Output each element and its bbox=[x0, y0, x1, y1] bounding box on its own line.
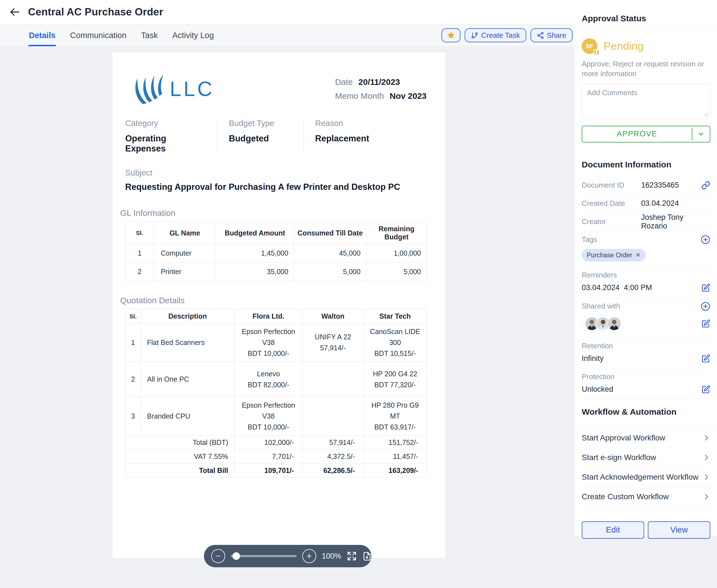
create-task-button[interactable]: Create Task bbox=[465, 28, 526, 42]
document-id-label: Document ID bbox=[582, 181, 641, 190]
workflow-item-label: Start e-sign Workflow bbox=[582, 453, 656, 462]
gl-row: 1 Computer 1,45,000 45,000 1,00,000 bbox=[125, 244, 427, 262]
retention-label: Retention bbox=[582, 342, 613, 350]
sidebar-footer: Edit View bbox=[582, 521, 710, 539]
create-custom-workflow[interactable]: Create Custom Workflow bbox=[582, 487, 710, 507]
protection-value: Unlocked bbox=[582, 385, 613, 394]
tags-label: Tags bbox=[582, 235, 597, 244]
meta-budget-type: Budget Type Budgeted bbox=[217, 119, 303, 154]
shared-avatars[interactable] bbox=[582, 315, 624, 332]
retention-block: Retention Infinity bbox=[582, 338, 710, 369]
created-date-row: Created Date 03.04.2024 bbox=[582, 195, 710, 213]
add-tag-icon[interactable] bbox=[701, 235, 710, 245]
tag-remove-icon[interactable]: ✕ bbox=[635, 252, 640, 258]
approve-label: APPROVE bbox=[582, 126, 692, 142]
zoom-out-button[interactable] bbox=[211, 549, 225, 563]
quotation-section-title: Quotation Details bbox=[120, 296, 433, 305]
link-icon[interactable] bbox=[701, 181, 710, 190]
viewer-toolbar: 100% bbox=[204, 545, 371, 567]
page-title: Central AC Purchase Order bbox=[28, 6, 163, 18]
gl-section-title: GL Information bbox=[120, 208, 433, 218]
status-badge: Pending bbox=[603, 40, 643, 52]
quotation-bill-row: Total Bill 109,701/- 62,286.5/- 163,209/… bbox=[125, 463, 427, 477]
resize-handle[interactable] bbox=[703, 112, 708, 117]
add-shared-icon[interactable] bbox=[701, 301, 710, 311]
approval-status-title: Approval Status bbox=[582, 7, 710, 23]
star-icon bbox=[447, 31, 455, 40]
tag-label: Purchase Order bbox=[587, 251, 632, 259]
workflow-title: Workflow & Automation bbox=[582, 407, 710, 421]
document-dates: Date 20/11/2023 Memo Month Nov 2023 bbox=[335, 77, 427, 105]
tab-activity-log[interactable]: Activity Log bbox=[172, 24, 214, 46]
back-arrow-icon[interactable] bbox=[8, 6, 21, 18]
minus-circle-icon bbox=[215, 553, 221, 559]
start-acknowledgement-workflow[interactable]: Start Acknowledgement Workflow bbox=[582, 468, 710, 487]
subject-label: Subject bbox=[125, 168, 433, 177]
creator-row: Creator Joshep Tony Rozario bbox=[582, 213, 710, 231]
approve-button[interactable]: APPROVE bbox=[582, 126, 710, 143]
tag-chip[interactable]: Purchase Order ✕ bbox=[582, 249, 646, 261]
workflow-item-label: Start Approval Workflow bbox=[582, 434, 665, 442]
quotation-row: 1 Flat Bed Scanners Epson Perfection V38… bbox=[125, 323, 427, 362]
document-preview: LLC Date 20/11/2023 Memo Month Nov 2023 … bbox=[112, 52, 445, 558]
avatar bbox=[607, 317, 621, 331]
tab-task[interactable]: Task bbox=[141, 24, 158, 46]
right-sidebar: Approval Status SF Pending Approve, Reje… bbox=[575, 0, 717, 536]
creator-label: Creator bbox=[582, 217, 641, 226]
logo-text: LLC bbox=[170, 77, 214, 101]
tab-details[interactable]: Details bbox=[29, 24, 56, 46]
meta-reason: Reason Replacement bbox=[303, 119, 377, 154]
share-label: Share bbox=[547, 31, 566, 40]
chevron-down-icon bbox=[697, 130, 705, 138]
document-information-title: Document Information bbox=[582, 160, 710, 169]
gl-table: Sl. GL Name Budgeted Amount Consumed Til… bbox=[125, 222, 427, 281]
edit-reminder-icon[interactable] bbox=[701, 284, 710, 292]
logo-swoosh-icon bbox=[135, 72, 168, 105]
edit-protection-icon[interactable] bbox=[701, 385, 710, 394]
view-button[interactable]: View bbox=[648, 521, 710, 539]
start-approval-workflow[interactable]: Start Approval Workflow bbox=[582, 428, 710, 448]
approval-description: Approve, Reject or request revision or m… bbox=[582, 59, 710, 79]
creator-value: Joshep Tony Rozario bbox=[641, 213, 710, 230]
zoom-in-button[interactable] bbox=[302, 549, 316, 563]
subject-value: Requesting Approval for Purchasing A few… bbox=[125, 182, 433, 192]
created-date-value: 03.04.2024 bbox=[641, 199, 679, 208]
reminder-value: 03.04.2024 4:00 PM bbox=[582, 284, 652, 292]
reason-value: Replacement bbox=[315, 133, 369, 144]
category-label: Category bbox=[125, 119, 208, 128]
divider bbox=[575, 30, 717, 30]
document-meta: Category Operating Expenses Budget Type … bbox=[125, 119, 433, 154]
date-label: Date bbox=[335, 77, 353, 87]
quotation-row: 3 Branded CPU Epson Perfection V38 BDT 1… bbox=[125, 397, 427, 435]
chevron-right-icon bbox=[702, 493, 710, 501]
created-date-label: Created Date bbox=[582, 199, 641, 208]
pending-badge-icon: SF bbox=[582, 38, 597, 54]
chevron-right-icon bbox=[702, 434, 710, 442]
zoom-slider-thumb[interactable] bbox=[232, 552, 240, 560]
retention-value: Infinity bbox=[582, 354, 603, 363]
quotation-total-row: Total (BDT) 102,000/- 57,914/- 151,752/- bbox=[125, 435, 427, 449]
edit-shared-icon[interactable] bbox=[701, 319, 710, 328]
gl-header-row: Sl. GL Name Budgeted Amount Consumed Til… bbox=[125, 222, 427, 244]
comments-input[interactable] bbox=[582, 84, 710, 119]
quotation-vat-row: VAT 7.55% 7,701/- 4,372.5/- 11,457/- bbox=[125, 449, 427, 463]
edit-button[interactable]: Edit bbox=[582, 521, 644, 539]
share-button[interactable]: Share bbox=[531, 28, 572, 42]
pause-icon bbox=[593, 49, 600, 55]
chevron-right-icon bbox=[702, 473, 710, 481]
date-value: 20/11/2023 bbox=[358, 77, 400, 87]
reason-label: Reason bbox=[315, 119, 369, 128]
edit-retention-icon[interactable] bbox=[701, 354, 710, 363]
fullscreen-icon[interactable] bbox=[347, 551, 357, 561]
favorite-button[interactable] bbox=[442, 28, 460, 42]
zoom-slider[interactable] bbox=[231, 555, 296, 557]
tab-communication[interactable]: Communication bbox=[70, 24, 126, 46]
page-download-icon[interactable] bbox=[363, 552, 372, 561]
reminders-label: Reminders bbox=[582, 271, 617, 279]
document-header: LLC Date 20/11/2023 Memo Month Nov 2023 bbox=[125, 72, 433, 105]
approve-dropdown-button[interactable] bbox=[692, 126, 710, 142]
create-task-icon bbox=[471, 31, 478, 39]
protection-block: Protection Unlocked bbox=[582, 369, 710, 399]
start-esign-workflow[interactable]: Start e-sign Workflow bbox=[582, 448, 710, 468]
budget-type-value: Budgeted bbox=[229, 133, 295, 144]
